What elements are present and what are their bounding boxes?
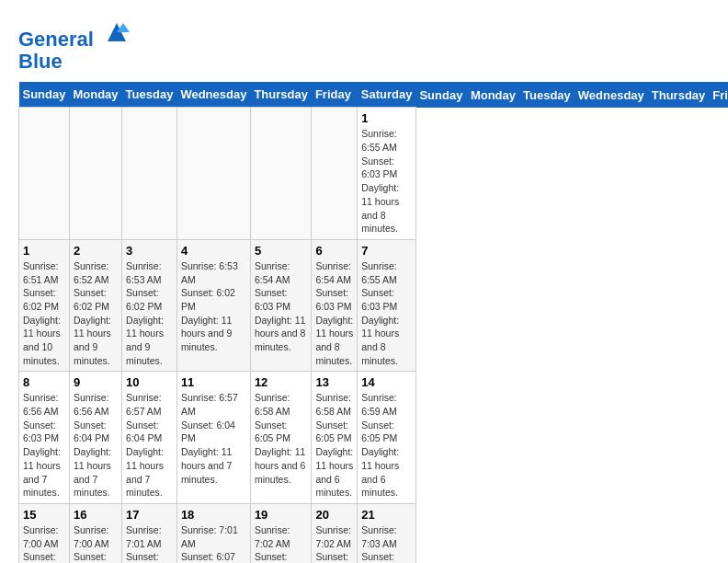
- day-number: 18: [181, 508, 246, 522]
- calendar-day: 21Sunrise: 7:03 AM Sunset: 6:09 PM Dayli…: [358, 503, 416, 563]
- calendar-day: 3Sunrise: 6:53 AM Sunset: 6:02 PM Daylig…: [122, 239, 177, 372]
- calendar-week-row: 15Sunrise: 7:00 AM Sunset: 6:06 PM Dayli…: [19, 503, 729, 563]
- logo-general: General: [18, 28, 94, 51]
- day-header-monday: Monday: [467, 82, 519, 108]
- day-number: 4: [181, 244, 246, 258]
- day-info: Sunrise: 6:52 AM Sunset: 6:02 PM Dayligh…: [74, 259, 118, 368]
- day-info: Sunrise: 6:58 AM Sunset: 6:05 PM Dayligh…: [315, 391, 353, 500]
- day-number: 1: [361, 111, 412, 125]
- calendar-day: 8Sunrise: 6:56 AM Sunset: 6:03 PM Daylig…: [19, 372, 70, 504]
- day-info: Sunrise: 7:01 AM Sunset: 6:07 PM Dayligh…: [126, 523, 173, 563]
- calendar-day: [176, 108, 250, 240]
- logo-text: General: [18, 18, 131, 51]
- day-info: Sunrise: 7:03 AM Sunset: 6:09 PM Dayligh…: [361, 523, 412, 563]
- day-info: Sunrise: 6:56 AM Sunset: 6:04 PM Dayligh…: [74, 391, 118, 500]
- day-number: 7: [361, 244, 412, 258]
- calendar-day: 11Sunrise: 6:57 AM Sunset: 6:04 PM Dayli…: [176, 372, 250, 504]
- calendar-day: 16Sunrise: 7:00 AM Sunset: 6:06 PM Dayli…: [69, 503, 121, 563]
- calendar-day: [312, 108, 358, 240]
- day-info: Sunrise: 7:02 AM Sunset: 6:08 PM Dayligh…: [315, 523, 353, 563]
- day-number: 6: [315, 244, 353, 258]
- day-info: Sunrise: 6:53 AM Sunset: 6:02 PM Dayligh…: [181, 259, 246, 354]
- calendar-day: 2Sunrise: 6:52 AM Sunset: 6:02 PM Daylig…: [69, 239, 121, 372]
- day-header-monday: Monday: [69, 82, 121, 108]
- day-number: 13: [315, 375, 353, 389]
- day-header-wednesday: Wednesday: [574, 82, 648, 108]
- day-info: Sunrise: 6:55 AM Sunset: 6:03 PM Dayligh…: [361, 259, 412, 368]
- calendar-week-row: 8Sunrise: 6:56 AM Sunset: 6:03 PM Daylig…: [19, 372, 729, 504]
- day-header-wednesday: Wednesday: [176, 82, 250, 108]
- day-number: 8: [23, 375, 65, 389]
- calendar-day: 17Sunrise: 7:01 AM Sunset: 6:07 PM Dayli…: [122, 503, 177, 563]
- day-number: 15: [23, 508, 65, 522]
- day-header-thursday: Thursday: [250, 82, 312, 108]
- day-number: 16: [74, 508, 118, 522]
- calendar-day: 9Sunrise: 6:56 AM Sunset: 6:04 PM Daylig…: [69, 372, 121, 504]
- day-header-saturday: Saturday: [358, 82, 416, 108]
- calendar-day: [69, 108, 121, 240]
- calendar-day: 1Sunrise: 6:51 AM Sunset: 6:02 PM Daylig…: [19, 239, 70, 372]
- calendar-week-row: 1Sunrise: 6:55 AM Sunset: 6:03 PM Daylig…: [19, 108, 729, 240]
- calendar-day: 15Sunrise: 7:00 AM Sunset: 6:06 PM Dayli…: [19, 503, 70, 563]
- day-header-sunday: Sunday: [19, 82, 70, 108]
- calendar-day: 4Sunrise: 6:53 AM Sunset: 6:02 PM Daylig…: [176, 239, 250, 372]
- day-info: Sunrise: 6:59 AM Sunset: 6:05 PM Dayligh…: [361, 391, 412, 500]
- logo: General Blue: [18, 18, 131, 73]
- day-info: Sunrise: 6:55 AM Sunset: 6:03 PM Dayligh…: [361, 127, 412, 236]
- calendar-day: 12Sunrise: 6:58 AM Sunset: 6:05 PM Dayli…: [250, 372, 312, 504]
- calendar-week-row: 1Sunrise: 6:51 AM Sunset: 6:02 PM Daylig…: [19, 239, 729, 372]
- day-number: 21: [361, 508, 412, 522]
- calendar-day: 13Sunrise: 6:58 AM Sunset: 6:05 PM Dayli…: [312, 372, 358, 504]
- day-info: Sunrise: 6:54 AM Sunset: 6:03 PM Dayligh…: [255, 259, 308, 354]
- day-header-thursday: Thursday: [648, 82, 710, 108]
- day-header-friday: Friday: [312, 82, 358, 108]
- calendar-day: [19, 108, 70, 240]
- page-header: General Blue: [18, 18, 710, 73]
- calendar-day: [122, 108, 177, 240]
- day-number: 11: [181, 375, 246, 389]
- day-number: 1: [23, 244, 65, 258]
- day-info: Sunrise: 6:53 AM Sunset: 6:02 PM Dayligh…: [126, 259, 173, 368]
- logo-blue: Blue: [18, 51, 131, 73]
- calendar-day: 1Sunrise: 6:55 AM Sunset: 6:03 PM Daylig…: [358, 108, 416, 240]
- day-number: 9: [74, 375, 118, 389]
- day-number: 10: [126, 375, 173, 389]
- day-info: Sunrise: 7:00 AM Sunset: 6:06 PM Dayligh…: [23, 523, 65, 563]
- day-info: Sunrise: 6:57 AM Sunset: 6:04 PM Dayligh…: [126, 391, 173, 500]
- day-info: Sunrise: 6:56 AM Sunset: 6:03 PM Dayligh…: [23, 391, 65, 500]
- calendar-day: 7Sunrise: 6:55 AM Sunset: 6:03 PM Daylig…: [358, 239, 416, 372]
- day-header-tuesday: Tuesday: [519, 82, 574, 108]
- day-header-friday: Friday: [709, 82, 728, 108]
- calendar-day: 18Sunrise: 7:01 AM Sunset: 6:07 PM Dayli…: [176, 503, 250, 563]
- day-info: Sunrise: 6:58 AM Sunset: 6:05 PM Dayligh…: [255, 391, 308, 486]
- day-number: 19: [255, 508, 308, 522]
- day-number: 12: [255, 375, 308, 389]
- day-header-sunday: Sunday: [415, 82, 466, 108]
- calendar-table: SundayMondayTuesdayWednesdayThursdayFrid…: [18, 82, 728, 563]
- day-number: 3: [126, 244, 173, 258]
- day-number: 2: [74, 244, 118, 258]
- day-number: 14: [361, 375, 412, 389]
- day-number: 20: [315, 508, 353, 522]
- calendar-day: 20Sunrise: 7:02 AM Sunset: 6:08 PM Dayli…: [312, 503, 358, 563]
- day-header-tuesday: Tuesday: [122, 82, 177, 108]
- calendar-day: 5Sunrise: 6:54 AM Sunset: 6:03 PM Daylig…: [250, 239, 312, 372]
- day-info: Sunrise: 6:51 AM Sunset: 6:02 PM Dayligh…: [23, 259, 65, 368]
- calendar-day: 10Sunrise: 6:57 AM Sunset: 6:04 PM Dayli…: [122, 372, 177, 504]
- day-info: Sunrise: 7:02 AM Sunset: 6:08 PM Dayligh…: [255, 523, 308, 563]
- calendar-day: 19Sunrise: 7:02 AM Sunset: 6:08 PM Dayli…: [250, 503, 312, 563]
- day-info: Sunrise: 6:57 AM Sunset: 6:04 PM Dayligh…: [181, 391, 246, 486]
- day-number: 5: [255, 244, 308, 258]
- calendar-day: [250, 108, 312, 240]
- day-info: Sunrise: 6:54 AM Sunset: 6:03 PM Dayligh…: [315, 259, 353, 368]
- logo-icon: [103, 18, 131, 46]
- day-info: Sunrise: 7:00 AM Sunset: 6:06 PM Dayligh…: [74, 523, 118, 563]
- day-info: Sunrise: 7:01 AM Sunset: 6:07 PM Dayligh…: [181, 523, 246, 563]
- calendar-day: 6Sunrise: 6:54 AM Sunset: 6:03 PM Daylig…: [312, 239, 358, 372]
- calendar-day: 14Sunrise: 6:59 AM Sunset: 6:05 PM Dayli…: [358, 372, 416, 504]
- calendar-header-row: SundayMondayTuesdayWednesdayThursdayFrid…: [19, 82, 729, 108]
- day-number: 17: [126, 508, 173, 522]
